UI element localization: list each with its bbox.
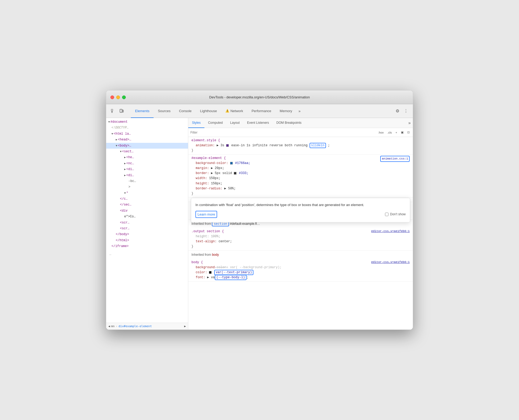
maximize-button[interactable]	[122, 95, 126, 99]
tab-performance-label: Performance	[252, 109, 271, 113]
tab-styles[interactable]: Styles	[188, 118, 204, 128]
example-element-rule: #example-element { animation.css:1 backg…	[188, 155, 413, 198]
svg-rect-3	[120, 109, 122, 112]
body-font-value[interactable]: (--type-body-l)	[215, 275, 247, 280]
tooltip-popup: In combination with 'float' and 'positio…	[191, 198, 410, 222]
warning-icon: ⚠️	[225, 109, 229, 113]
dom-tree[interactable]: ▼#document <!DOCTYP… ▼<html la… ▶<head>……	[106, 118, 188, 323]
devtools-window: DevTools - developer.mozilla.org/en-US/d…	[106, 90, 413, 330]
tab-lighthouse[interactable]: Lighthouse	[196, 104, 221, 118]
hov-button[interactable]: :hov	[377, 130, 385, 135]
tab-console[interactable]: Console	[175, 104, 196, 118]
dom-line: </html>	[106, 238, 188, 243]
tab-dom-breakpoints[interactable]: DOM Breakpoints	[273, 118, 305, 128]
dom-line: ▼#document	[106, 119, 188, 125]
tab-network[interactable]: ⚠️ Network	[221, 104, 247, 118]
tab-lighthouse-label: Lighthouse	[200, 109, 217, 113]
body-color-swatch[interactable]	[209, 271, 212, 274]
output-height-prop[interactable]: height: 100%;	[191, 234, 410, 239]
dom-line: ▼<sect…	[106, 149, 188, 154]
tab-event-listeners[interactable]: Event Listeners	[243, 118, 273, 128]
close-styles-icon[interactable]: ⊡	[406, 130, 411, 135]
tab-performance[interactable]: Performance	[247, 104, 275, 118]
filter-bar: :hov .cls + ▣ ⊡	[188, 128, 413, 137]
body-font-prop[interactable]: font: ▶ va(--type-body-l);	[191, 275, 410, 280]
output-source[interactable]: editor-css…v=ae1feb6:1	[371, 229, 410, 234]
toolbar-icon-group	[107, 104, 131, 118]
width-prop[interactable]: width: 150px;	[191, 176, 410, 181]
animation-color-swatch	[226, 144, 229, 147]
tooltip-footer: Learn more Don't show	[195, 211, 406, 218]
tab-console-label: Console	[179, 109, 192, 113]
dom-line: ▶<he…	[106, 154, 188, 160]
filter-input[interactable]	[190, 131, 377, 134]
tab-memory-label: Memory	[280, 109, 292, 113]
dom-line: >	[106, 184, 188, 190]
filter-actions: :hov .cls + ▣ ⊡	[377, 130, 411, 135]
titlebar: DevTools - developer.mozilla.org/en-US/d…	[106, 90, 413, 104]
body-source[interactable]: editor-css…v=ae1feb6:1	[371, 260, 410, 265]
svg-rect-0	[111, 109, 113, 111]
dont-show-checkbox[interactable]	[385, 213, 388, 216]
dont-show-label: Don't show	[390, 212, 406, 217]
tab-network-label: Network	[230, 109, 243, 113]
body-ref[interactable]: body	[212, 253, 219, 257]
breadcrumb-item-mn[interactable]: mn	[111, 325, 115, 328]
animation-prop[interactable]: animation: ▶ 3s ease-in 1s infinite reve…	[191, 143, 410, 148]
breadcrumb-left-arrow[interactable]: ◀	[108, 325, 110, 328]
styles-content[interactable]: element.style { animation: ▶ 3s ease-in …	[188, 137, 413, 330]
dom-breadcrumb: ◀ mn › div#example-element ▶	[106, 323, 188, 330]
animation-css-source[interactable]: animation.css:1	[380, 156, 410, 162]
margin-prop[interactable]: margin: ▶ 20px;	[191, 166, 410, 171]
styles-sub-tabs: Styles Computed Layout Event Listeners D…	[188, 118, 413, 128]
dom-line: </sec…	[106, 202, 188, 208]
cls-button[interactable]: .cls	[386, 130, 393, 135]
tab-memory[interactable]: Memory	[275, 104, 296, 118]
dom-line: <scr…	[106, 220, 188, 226]
border-radius-prop[interactable]: border-radius: ▶ 50%;	[191, 186, 410, 191]
element-style-rule: element.style { animation: ▶ 3s ease-in …	[188, 137, 413, 155]
bg-color-swatch[interactable]	[230, 162, 233, 165]
inspect-icon[interactable]	[109, 107, 117, 115]
add-style-button[interactable]: +	[395, 130, 398, 135]
height-prop[interactable]: height: 150px;	[191, 181, 410, 186]
dom-line: </body>	[106, 231, 188, 237]
breadcrumb-right-arrow[interactable]: ▶	[184, 325, 186, 328]
close-button[interactable]	[110, 95, 114, 99]
learn-more-link[interactable]: Learn more	[195, 211, 217, 218]
dom-line: ▼*	[106, 190, 188, 196]
dom-line: <div	[106, 208, 188, 214]
dom-line: –bc…	[106, 178, 188, 184]
device-icon[interactable]	[118, 107, 125, 115]
bg-color-prop[interactable]: background-color: #1766aa;	[191, 161, 410, 166]
tab-computed[interactable]: Computed	[204, 118, 226, 128]
body-text-primary[interactable]: var(--text-primary)	[214, 270, 254, 275]
tab-elements-label: Elements	[135, 109, 149, 113]
body-color-prop[interactable]: color: var(--text-primary)	[191, 270, 410, 275]
tab-elements[interactable]: Elements	[131, 104, 154, 118]
dom-line: ▶<di…	[106, 166, 188, 172]
devtools-toolbar: Elements Sources Console Lighthouse ⚠️ N…	[106, 104, 413, 118]
more-styles-tabs[interactable]: »	[406, 118, 413, 128]
menu-icon[interactable]: ⋮	[402, 107, 410, 115]
inspect-styles-icon[interactable]: ▣	[400, 130, 405, 135]
tab-sources[interactable]: Sources	[154, 104, 175, 118]
tab-layout[interactable]: Layout	[226, 118, 243, 128]
minimize-button[interactable]	[116, 95, 120, 99]
slidein-value[interactable]: slidein	[310, 143, 326, 148]
body-bgcolor-prop[interactable]: background-color: var( --background-prim…	[191, 265, 410, 270]
styles-panel: Styles Computed Layout Event Listeners D…	[188, 118, 413, 330]
dom-line: ▶<di…	[106, 172, 188, 178]
tab-sources-label: Sources	[158, 109, 171, 113]
svg-rect-4	[122, 110, 123, 112]
dom-line: ▶<head>…	[106, 137, 188, 143]
more-tabs-button[interactable]: »	[296, 104, 303, 118]
settings-icon[interactable]: ⚙	[394, 107, 401, 115]
dom-line: e">Co…	[106, 214, 188, 220]
dom-line-body[interactable]: ▼<body>…	[106, 143, 188, 149]
border-prop[interactable]: border: ▶ 5px solid #333;	[191, 171, 410, 176]
output-textalign-prop[interactable]: text-align: center;	[191, 239, 410, 244]
border-color-swatch[interactable]	[234, 172, 236, 175]
breadcrumb-item-div[interactable]: div#example-element	[119, 325, 152, 328]
toolbar-right: ⚙ ⋮	[392, 104, 412, 118]
